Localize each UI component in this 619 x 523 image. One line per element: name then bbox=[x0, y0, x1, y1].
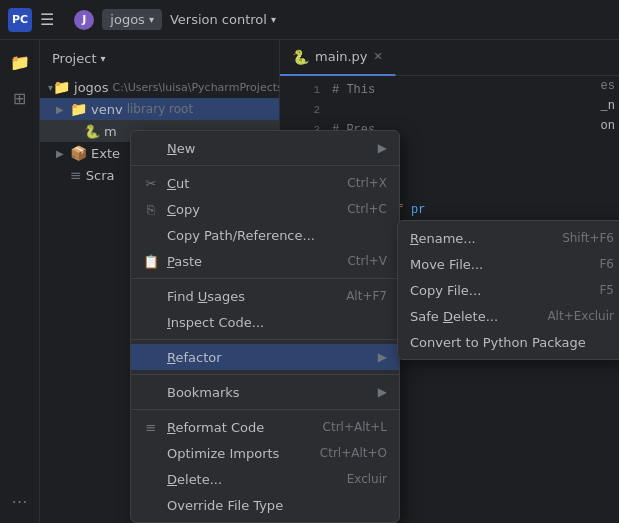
right-editor-hint: es _n on bbox=[597, 76, 619, 136]
menu-item-refactor[interactable]: Refactor ▶ bbox=[131, 344, 399, 370]
project-header: Project ▾ bbox=[40, 40, 279, 76]
menu-item-reformat[interactable]: ≡ Reformat Code Ctrl+Alt+L bbox=[131, 414, 399, 440]
app-icon: PC bbox=[8, 8, 32, 32]
submenu-arrow-icon: ▶ bbox=[378, 141, 387, 155]
project-selector[interactable]: jogos ▾ bbox=[102, 9, 162, 30]
tab-close-icon[interactable]: ✕ bbox=[374, 50, 383, 63]
refactor-submenu: Rename... Shift+F6 Move File... F6 Copy … bbox=[397, 220, 619, 360]
separator-1 bbox=[131, 165, 399, 166]
paste-icon: 📋 bbox=[143, 254, 159, 269]
submenu-convert-python-package[interactable]: Convert to Python Package bbox=[398, 329, 619, 355]
menu-item-cut[interactable]: ✂ Cut Ctrl+X bbox=[131, 170, 399, 196]
menu-item-inspect-code[interactable]: Inspect Code... bbox=[131, 309, 399, 335]
separator-3 bbox=[131, 339, 399, 340]
separator-2 bbox=[131, 278, 399, 279]
copy-icon: ⎘ bbox=[143, 202, 159, 217]
tab-bar: 🐍 main.py ✕ bbox=[280, 40, 619, 76]
cut-icon: ✂ bbox=[143, 176, 159, 191]
context-menu: New ▶ ✂ Cut Ctrl+X ⎘ Copy Ctrl+C Copy Pa… bbox=[130, 130, 400, 523]
menu-item-copy[interactable]: ⎘ Copy Ctrl+C bbox=[131, 196, 399, 222]
separator-5 bbox=[131, 409, 399, 410]
menu-item-optimize-imports[interactable]: Optimize Imports Ctrl+Alt+O bbox=[131, 440, 399, 466]
refactor-arrow-icon: ▶ bbox=[378, 350, 387, 364]
menu-item-new[interactable]: New ▶ bbox=[131, 135, 399, 161]
menu-item-paste[interactable]: 📋 Paste Ctrl+V bbox=[131, 248, 399, 274]
sidebar-icons: 📁 ⊞ ⋯ bbox=[0, 40, 40, 523]
user-avatar: J bbox=[74, 10, 94, 30]
more-tools-icon[interactable]: ⋯ bbox=[6, 487, 34, 515]
separator-4 bbox=[131, 374, 399, 375]
submenu-copy-file[interactable]: Copy File... F5 bbox=[398, 277, 619, 303]
submenu-safe-delete[interactable]: Safe Delete... Alt+Excluir bbox=[398, 303, 619, 329]
menu-item-override-file-type[interactable]: Override File Type bbox=[131, 492, 399, 518]
topbar: PC ☰ J jogos ▾ Version control ▾ bbox=[0, 0, 619, 40]
reformat-icon: ≡ bbox=[143, 420, 159, 435]
menu-item-copy-path[interactable]: Copy Path/Reference... bbox=[131, 222, 399, 248]
python-icon: 🐍 bbox=[292, 49, 309, 65]
code-line-2: 2 bbox=[280, 100, 619, 120]
code-line-1: 1 # This bbox=[280, 80, 619, 100]
hamburger-icon[interactable]: ☰ bbox=[40, 10, 54, 29]
submenu-move-file[interactable]: Move File... F6 bbox=[398, 251, 619, 277]
folder-icon[interactable]: 📁 bbox=[6, 48, 34, 76]
tree-root[interactable]: ▾ 📁 jogos C:\Users\luisa\PycharmProjects… bbox=[40, 76, 279, 98]
bookmarks-arrow-icon: ▶ bbox=[378, 385, 387, 399]
menu-item-find-usages[interactable]: Find Usages Alt+F7 bbox=[131, 283, 399, 309]
tree-venv[interactable]: ▶ 📁 venv library root bbox=[40, 98, 279, 120]
structure-icon[interactable]: ⊞ bbox=[6, 84, 34, 112]
menu-item-delete[interactable]: Delete... Excluir bbox=[131, 466, 399, 492]
menu-item-bookmarks[interactable]: Bookmarks ▶ bbox=[131, 379, 399, 405]
version-control-btn[interactable]: Version control ▾ bbox=[170, 12, 276, 27]
submenu-rename[interactable]: Rename... Shift+F6 bbox=[398, 225, 619, 251]
tab-main-py[interactable]: 🐍 main.py ✕ bbox=[280, 40, 396, 76]
